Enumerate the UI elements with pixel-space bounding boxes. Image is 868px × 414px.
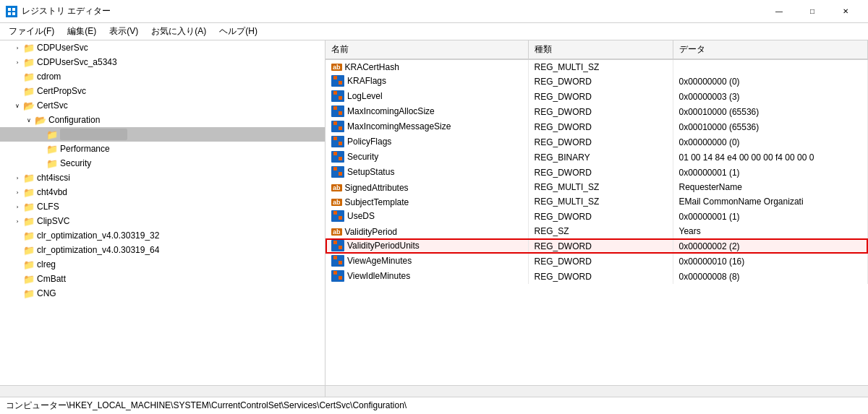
cell-data: 0x00010000 (65536) (673, 119, 868, 134)
cell-name: MaxIncomingMessageSize (326, 119, 528, 134)
table-row[interactable]: abSignedAttributesREG_MULTI_SZRequesterN… (326, 180, 868, 194)
tree-scroll[interactable]: › 📁 CDPUserSvc › 📁 CDPUserSvc_a5343 › 📁 … (0, 40, 325, 385)
cell-name: Security (326, 150, 528, 165)
tree-item-cdpusersvc-a5343[interactable]: › 📁 CDPUserSvc_a5343 (0, 55, 325, 69)
tree-item-certsvc[interactable]: ∨ 📂 CertSvc (0, 98, 325, 113)
table-row[interactable]: KRAFlagsREG_DWORD0x00000000 (0) (326, 74, 868, 89)
cell-name: UseDS (326, 209, 528, 224)
table-row[interactable]: UseDSREG_DWORD0x00000001 (1) (326, 209, 868, 224)
cell-data: 0x00000001 (1) (673, 209, 868, 224)
table-row[interactable]: abValidityPeriodREG_SZYears (326, 224, 868, 238)
svg-rect-12 (339, 96, 342, 100)
svg-rect-23 (333, 142, 337, 145)
cell-data: 01 00 14 84 e4 00 00 00 f4 00 00 0 (673, 150, 868, 165)
tree-item-clr32[interactable]: › 📁 clr_optimization_v4.0.30319_32 (0, 228, 325, 243)
svg-rect-46 (339, 271, 342, 275)
minimize-button[interactable]: — (762, 0, 796, 23)
table-row[interactable]: SecurityREG_BINARY01 00 14 84 e4 00 00 0… (326, 150, 868, 165)
svg-rect-2 (12, 8, 15, 11)
right-hscroll[interactable] (326, 386, 868, 397)
svg-rect-39 (333, 246, 337, 249)
folder-icon: 📁 (23, 186, 35, 198)
table-row[interactable]: ViewAgeMinutesREG_DWORD0x00000010 (16) (326, 254, 868, 269)
table-row[interactable]: MaxIncomingAllocSizeREG_DWORD0x00010000 … (326, 104, 868, 119)
svg-rect-35 (333, 216, 337, 220)
tree-item-cdrom[interactable]: › 📁 cdrom (0, 69, 325, 84)
svg-rect-29 (333, 167, 337, 171)
cell-name: abSignedAttributes (326, 180, 528, 194)
tree-item-clipsvc[interactable]: › 📁 ClipSVC (0, 214, 325, 228)
tree-item-certpropsvc[interactable]: › 📁 CertPropSvc (0, 84, 325, 98)
menu-file[interactable]: ファイル(F) (3, 24, 60, 39)
tree-label: clr_optimization_v4.0.30319_64 (37, 245, 159, 255)
tree-item-cht4iscsi[interactable]: › 📁 cht4iscsi (0, 171, 325, 185)
tree-hscroll[interactable] (0, 386, 326, 397)
cell-data: RequesterName (673, 180, 868, 194)
tree-item-cmbatt[interactable]: › 📁 CmBatt (0, 272, 325, 286)
tree-item-selected[interactable]: › 📁 (0, 127, 325, 142)
expand-icon: › (12, 56, 23, 68)
folder-open-icon: 📂 (35, 114, 46, 126)
svg-rect-36 (339, 216, 342, 220)
svg-rect-24 (339, 142, 342, 145)
svg-rect-40 (339, 246, 342, 249)
table-row[interactable]: PolicyFlagsREG_DWORD0x00000000 (0) (326, 134, 868, 150)
tree-item-clreg[interactable]: › 📁 clreg (0, 257, 325, 272)
close-button[interactable]: ✕ (829, 0, 862, 23)
cell-name: LogLevel (326, 89, 528, 104)
menu-edit[interactable]: 編集(E) (61, 24, 102, 39)
value-name: LogLevel (347, 91, 383, 101)
tree-item-clr64[interactable]: › 📁 clr_optimization_v4.0.30319_64 (0, 243, 325, 257)
svg-rect-41 (333, 256, 337, 259)
cell-type: REG_DWORD (528, 165, 673, 180)
cell-name: abSubjectTemplate (326, 194, 528, 209)
cell-data: Years (673, 224, 868, 238)
tree-item-cht4vbd[interactable]: › 📁 cht4vbd (0, 185, 325, 199)
menu-bar: ファイル(F) 編集(E) 表示(V) お気に入り(A) ヘルプ(H) (0, 23, 868, 40)
tree-item-performance[interactable]: › 📁 Performance (0, 142, 325, 156)
cell-data: 0x00000000 (0) (673, 134, 868, 150)
table-row[interactable]: abSubjectTemplateREG_MULTI_SZEMail Commo… (326, 194, 868, 209)
svg-rect-5 (333, 76, 337, 79)
tree-item-clfs[interactable]: › 📁 CLFS (0, 199, 325, 214)
menu-view[interactable]: 表示(V) (103, 24, 144, 39)
table-row[interactable]: ValidityPeriodUnitsREG_DWORD0x00000002 (… (326, 238, 868, 254)
svg-rect-21 (333, 137, 337, 140)
svg-rect-27 (333, 157, 337, 160)
value-name: PolicyFlags (347, 137, 391, 147)
value-name: SignedAttributes (345, 183, 409, 193)
tree-item-cng[interactable]: › 📁 CNG (0, 286, 325, 301)
svg-rect-19 (333, 126, 337, 130)
svg-rect-22 (339, 137, 342, 140)
cell-data: 0x00000002 (2) (673, 238, 868, 254)
table-row[interactable]: LogLevelREG_DWORD0x00000003 (3) (326, 89, 868, 104)
tree-item-security[interactable]: › 📁 Security (0, 156, 325, 171)
table-row[interactable]: abKRACertHashREG_MULTI_SZ (326, 59, 868, 74)
table-row[interactable]: ViewIdleMinutesREG_DWORD0x00000008 (8) (326, 269, 868, 284)
status-path: コンピューター\HKEY_LOCAL_MACHINE\SYSTEM\Curren… (6, 400, 407, 412)
tree-item-configuration[interactable]: ∨ 📂 Configuration (0, 113, 325, 127)
table-row[interactable]: MaxIncomingMessageSizeREG_DWORD0x0001000… (326, 119, 868, 134)
maximize-button[interactable]: □ (796, 0, 829, 23)
col-type: 種類 (528, 40, 673, 59)
tree-label: cht4vbd (37, 187, 67, 197)
panes-row: › 📁 CDPUserSvc › 📁 CDPUserSvc_a5343 › 📁 … (0, 40, 868, 385)
cell-data: 0x00000000 (0) (673, 74, 868, 89)
expand-icon: › (12, 172, 23, 184)
svg-rect-31 (333, 172, 337, 176)
cell-type: REG_DWORD (528, 209, 673, 224)
table-row[interactable]: SetupStatusREG_DWORD0x00000001 (1) (326, 165, 868, 180)
svg-rect-11 (333, 96, 337, 100)
svg-rect-6 (339, 76, 342, 79)
registry-values-scroll[interactable]: 名前 種類 データ abKRACertHashREG_MULTI_SZKRAFl… (326, 40, 868, 385)
app-icon (6, 6, 17, 17)
menu-help[interactable]: ヘルプ(H) (213, 24, 263, 39)
tree-label: clr_optimization_v4.0.30319_32 (37, 230, 159, 241)
expand-icon: › (12, 42, 23, 53)
svg-rect-16 (339, 111, 342, 115)
tree-item-cdpusersvc[interactable]: › 📁 CDPUserSvc (0, 40, 325, 55)
cell-type: REG_MULTI_SZ (528, 194, 673, 209)
svg-rect-15 (333, 111, 337, 115)
folder-icon: 📁 (23, 172, 35, 184)
menu-favorites[interactable]: お気に入り(A) (145, 24, 212, 39)
